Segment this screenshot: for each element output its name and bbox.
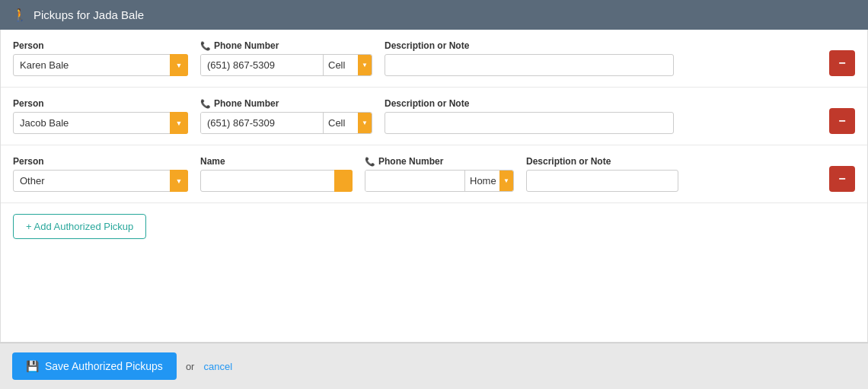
- phone-input-wrapper-1: Cell Home Work: [200, 54, 372, 76]
- phone-input-2[interactable]: [201, 113, 323, 133]
- description-field-1: Description or Note: [385, 40, 674, 76]
- person-select-wrapper-1: Karen Bale Jacob Bale Other: [13, 54, 188, 76]
- person-field-2: Person Karen Bale Jacob Bale Other: [13, 98, 188, 134]
- phone-icon-2: 📞: [200, 99, 211, 109]
- page-header: 🚶 Pickups for Jada Bale: [0, 0, 868, 30]
- phone-icon-3: 📞: [365, 157, 375, 167]
- person-field-1: Person Karen Bale Jacob Bale Other: [13, 40, 188, 76]
- name-field-3: Name: [200, 156, 353, 192]
- phone-type-select-1[interactable]: Cell Home Work: [324, 55, 372, 75]
- name-label-3: Name: [200, 156, 353, 167]
- description-input-3[interactable]: [526, 170, 678, 192]
- remove-button-2[interactable]: −: [829, 108, 855, 134]
- person-select-3[interactable]: Karen Bale Jacob Bale Other: [13, 170, 188, 192]
- or-text: or: [186, 361, 195, 372]
- person-select-2[interactable]: Karen Bale Jacob Bale Other: [13, 112, 188, 134]
- cancel-link[interactable]: cancel: [203, 361, 232, 372]
- person-icon: 🚶: [12, 8, 27, 22]
- person-label-1: Person: [13, 40, 188, 51]
- phone-type-wrapper-1: Cell Home Work: [323, 55, 372, 75]
- phone-input-3[interactable]: [365, 171, 464, 191]
- phone-label-2: 📞 Phone Number: [200, 98, 372, 109]
- phone-type-wrapper-2: Cell Home Work: [323, 113, 372, 133]
- phone-field-1: 📞 Phone Number Cell Home Work: [200, 40, 372, 76]
- remove-button-1[interactable]: −: [829, 50, 855, 76]
- phone-type-select-2[interactable]: Cell Home Work: [324, 113, 372, 133]
- description-field-3: Description or Note: [526, 156, 678, 192]
- phone-label-3: 📞 Phone Number: [365, 156, 514, 167]
- remove-button-3[interactable]: −: [829, 166, 855, 192]
- person-label-2: Person: [13, 98, 188, 109]
- description-label-2: Description or Note: [385, 98, 674, 109]
- person-select-wrapper-2: Karen Bale Jacob Bale Other: [13, 112, 188, 134]
- person-field-3: Person Karen Bale Jacob Bale Other: [13, 156, 188, 192]
- pickup-row-3: Person Karen Bale Jacob Bale Other Name: [1, 145, 867, 203]
- add-pickup-label: + Add Authorized Pickup: [26, 221, 133, 232]
- phone-input-wrapper-2: Cell Home Work: [200, 112, 372, 134]
- description-label-3: Description or Note: [526, 156, 678, 167]
- footer-bar: 💾 Save Authorized Pickups or cancel: [0, 343, 868, 389]
- main-container: 🚶 Pickups for Jada Bale Person Karen Bal…: [0, 0, 868, 389]
- description-field-2: Description or Note: [385, 98, 674, 134]
- pickup-row-2: Person Karen Bale Jacob Bale Other 📞 Pho…: [1, 88, 867, 145]
- description-label-1: Description or Note: [385, 40, 674, 51]
- content-area: Person Karen Bale Jacob Bale Other 📞 Pho…: [0, 30, 868, 343]
- person-label-3: Person: [13, 156, 188, 167]
- phone-field-2: 📞 Phone Number Cell Home Work: [200, 98, 372, 134]
- phone-type-wrapper-3: Cell Home Work: [464, 171, 513, 191]
- description-input-2[interactable]: [385, 112, 674, 134]
- pickup-row-1: Person Karen Bale Jacob Bale Other 📞 Pho…: [1, 30, 867, 88]
- save-authorized-pickups-button[interactable]: 💾 Save Authorized Pickups: [12, 352, 177, 380]
- person-select-1[interactable]: Karen Bale Jacob Bale Other: [13, 54, 188, 76]
- phone-input-1[interactable]: [201, 55, 323, 75]
- phone-field-3: 📞 Phone Number Cell Home Work: [365, 156, 514, 192]
- add-authorized-pickup-button[interactable]: + Add Authorized Pickup: [13, 214, 146, 239]
- name-input-wrapper-3: [200, 170, 353, 192]
- phone-label-1: 📞 Phone Number: [200, 40, 372, 51]
- add-pickup-row: + Add Authorized Pickup: [1, 203, 867, 250]
- phone-icon-1: 📞: [200, 41, 211, 51]
- phone-input-wrapper-3: Cell Home Work: [365, 170, 514, 192]
- save-button-label: Save Authorized Pickups: [45, 360, 163, 372]
- description-input-1[interactable]: [385, 54, 674, 76]
- phone-type-select-3[interactable]: Cell Home Work: [465, 171, 513, 191]
- name-input-3[interactable]: [200, 170, 353, 192]
- person-select-wrapper-3: Karen Bale Jacob Bale Other: [13, 170, 188, 192]
- page-title: Pickups for Jada Bale: [34, 8, 144, 21]
- save-icon: 💾: [26, 360, 39, 372]
